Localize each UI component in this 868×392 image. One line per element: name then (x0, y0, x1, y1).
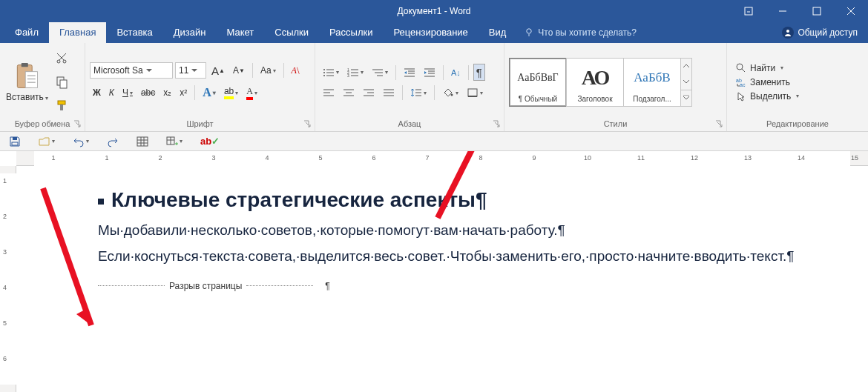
horizontal-ruler[interactable]: 1123456789101112131415 (16, 151, 868, 166)
align-center-button[interactable] (340, 85, 358, 100)
document-canvas[interactable]: Ключевые стратегические аспекты¶ Мы·доба… (16, 166, 868, 392)
ribbon-tabs: Файл Главная Вставка Дизайн Макет Ссылки… (0, 22, 868, 43)
clipboard-dialog-launcher[interactable] (73, 119, 82, 128)
indent-icon (424, 67, 435, 78)
copy-icon (56, 76, 69, 89)
qat-spelling-button[interactable]: ab✓ (197, 133, 223, 149)
brush-icon (56, 99, 69, 113)
ribbon-display-options-button[interactable] (731, 0, 766, 22)
borders-button[interactable] (464, 85, 486, 100)
copy-button[interactable] (53, 73, 72, 91)
tab-review[interactable]: Рецензирование (383, 22, 478, 43)
qat-table-button[interactable] (134, 133, 151, 150)
clear-formatting-button[interactable]: A⧹ (289, 63, 303, 79)
minimize-button[interactable] (766, 0, 800, 22)
qat-save-button[interactable] (6, 133, 24, 150)
svg-rect-71 (137, 137, 148, 146)
subscript-button[interactable]: x₂ (160, 85, 174, 100)
tab-home[interactable]: Главная (49, 22, 106, 43)
clipboard-icon (14, 62, 39, 90)
bold-button[interactable]: Ж (90, 85, 104, 100)
redo-icon (107, 136, 119, 147)
tell-me-box[interactable]: Что вы хотите сделать? (524, 27, 637, 38)
align-right-button[interactable] (360, 85, 378, 100)
doc-paragraph-2[interactable]: Если·коснуться·текста·совета,·выделится·… (98, 245, 810, 267)
find-button[interactable]: Найти (736, 63, 799, 73)
svg-rect-22 (60, 104, 63, 110)
svg-point-27 (323, 75, 325, 76)
svg-point-23 (323, 69, 325, 70)
qat-redo-button[interactable] (104, 133, 122, 150)
underline-button[interactable]: Ч (119, 85, 136, 100)
document-area: 1123456789101112131415 123456 Ключевые с… (0, 151, 868, 392)
font-size-combo[interactable]: 11 (175, 62, 206, 79)
svg-rect-20 (60, 80, 67, 88)
doc-heading[interactable]: Ключевые стратегические аспекты¶ (98, 188, 810, 212)
close-button[interactable] (834, 0, 868, 22)
paste-button[interactable]: Вставить (6, 92, 48, 102)
font-color-button[interactable]: A (243, 84, 260, 102)
qat-undo-button[interactable] (70, 133, 92, 150)
line-spacing-button[interactable] (407, 85, 430, 100)
paint-bucket-icon (442, 87, 454, 98)
multilevel-list-button[interactable] (369, 65, 391, 80)
style-tile-heading[interactable]: АО Заголовок (566, 58, 624, 107)
lightbulb-icon (524, 27, 534, 38)
qat-open-button[interactable] (36, 133, 58, 150)
grow-font-button[interactable]: A▲ (208, 62, 228, 79)
justify-button[interactable] (380, 85, 398, 100)
tab-view[interactable]: Вид (479, 22, 517, 43)
replace-button[interactable]: abac Заменить (736, 77, 799, 87)
style-tile-subheading[interactable]: АаБбВ Подзагол... (623, 58, 681, 107)
font-dialog-launcher[interactable] (303, 119, 312, 128)
tab-file[interactable]: Файл (4, 22, 49, 43)
paragraph-dialog-launcher[interactable] (492, 119, 501, 128)
show-hide-marks-button[interactable]: ¶ (473, 64, 485, 81)
styles-dialog-launcher[interactable] (714, 119, 723, 128)
scissors-icon (56, 52, 69, 65)
select-button[interactable]: Выделить (736, 91, 799, 102)
vertical-ruler[interactable]: 123456 (0, 166, 16, 392)
window-title: Документ1 - Word (397, 6, 470, 16)
font-name-combo[interactable]: Microsoft Sa (90, 62, 173, 79)
group-clipboard-label: Буфер обмена (0, 118, 85, 131)
search-icon (736, 63, 746, 73)
highlight-button[interactable]: ab (221, 84, 241, 102)
outdent-icon (404, 67, 415, 78)
format-painter-button[interactable] (53, 97, 72, 115)
svg-rect-3 (813, 7, 821, 15)
shading-button[interactable] (439, 85, 461, 100)
tab-design[interactable]: Дизайн (163, 22, 217, 43)
svg-rect-0 (745, 7, 752, 15)
superscript-button[interactable]: x² (177, 85, 190, 100)
tab-layout[interactable]: Макет (216, 22, 264, 43)
styles-gallery[interactable]: АаБбВвГ ¶ Обычный АО Заголовок АаБбВ Под… (509, 58, 692, 107)
sort-button[interactable]: А↓ (448, 66, 464, 79)
qat-insert-table-button[interactable] (163, 133, 185, 150)
maximize-button[interactable] (800, 0, 834, 22)
replace-icon: abac (736, 77, 746, 87)
svg-point-25 (323, 72, 325, 73)
decrease-indent-button[interactable] (401, 65, 418, 80)
change-case-button[interactable]: Aa (257, 63, 279, 78)
tab-insert[interactable]: Вставка (106, 22, 162, 43)
strikethrough-button[interactable]: abc (138, 85, 158, 100)
italic-button[interactable]: К (106, 85, 117, 100)
increase-indent-button[interactable] (421, 65, 438, 80)
share-button[interactable]: Общий доступ (772, 22, 868, 43)
styles-more-button[interactable] (680, 58, 692, 107)
bullets-button[interactable] (320, 65, 342, 80)
tab-mailings[interactable]: Рассылки (319, 22, 383, 43)
tab-references[interactable]: Ссылки (264, 22, 319, 43)
shrink-font-button[interactable]: A▼ (230, 63, 248, 78)
doc-paragraph-1[interactable]: Мы·добавили·несколько·советов,·которые·п… (98, 219, 810, 241)
text-effects-button[interactable]: A (200, 84, 219, 102)
align-left-button[interactable] (320, 85, 338, 100)
cut-button[interactable] (53, 50, 72, 67)
numbering-button[interactable]: 123 (344, 65, 366, 80)
page-break-indicator[interactable]: Разрыв страницы ¶ (98, 281, 810, 291)
justify-icon (383, 87, 395, 98)
style-tile-normal[interactable]: АаБбВвГ ¶ Обычный (509, 58, 567, 107)
svg-rect-62 (468, 89, 477, 96)
svg-rect-70 (13, 137, 17, 140)
